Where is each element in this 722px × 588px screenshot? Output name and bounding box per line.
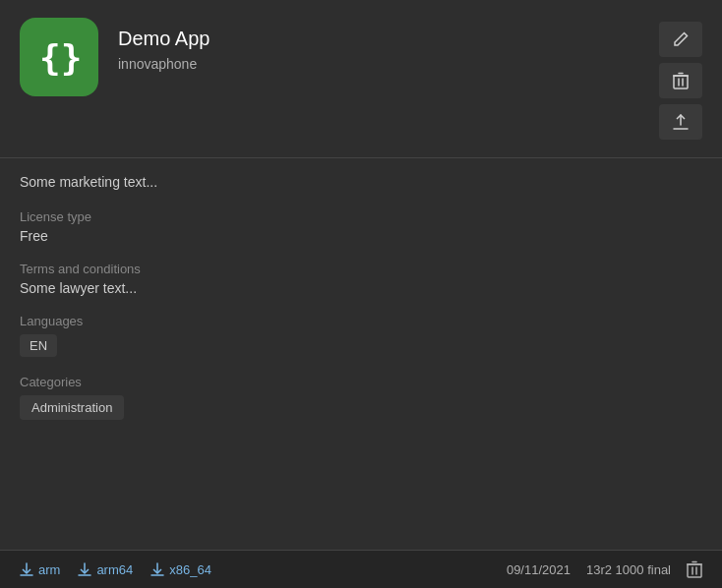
content-section: Some marketing text... License type Free… [0,158,722,550]
upload-button[interactable] [659,104,702,140]
app-info: Demo App innovaphone [98,18,659,72]
languages-group: Languages EN [20,314,702,357]
header-section: {} Demo App innovaphone [0,0,722,158]
download-x86-icon [150,562,164,576]
release-version: 13r2 1000 final [586,562,671,577]
download-arm-link[interactable]: arm [20,562,60,577]
app-container: {} Demo App innovaphone [0,0,722,588]
download-arm64-link[interactable]: arm64 [78,562,133,577]
languages-label: Languages [20,314,702,328]
marketing-text: Some marketing text... [20,174,702,190]
svg-text:{}: {} [39,37,82,78]
app-icon: {} [20,18,98,96]
action-buttons [659,18,702,140]
categories-label: Categories [20,375,702,389]
app-vendor: innovaphone [118,56,659,72]
language-tag-en: EN [20,334,57,357]
terms-label: Terms and conditions [20,262,702,276]
license-group: License type Free [20,209,702,244]
download-arm64-icon [78,562,91,576]
footer-trash-icon [687,560,702,578]
terms-value: Some lawyer text... [20,280,702,296]
download-arm-icon [20,562,33,576]
terms-group: Terms and conditions Some lawyer text... [20,262,702,296]
download-arm64-label: arm64 [96,562,133,577]
license-label: License type [20,209,702,224]
delete-button[interactable] [659,63,702,98]
release-date: 09/11/2021 [507,562,571,577]
download-x86-link[interactable]: x86_64 [150,562,211,577]
footer-delete-button[interactable] [687,560,702,578]
footer-right: 09/11/2021 13r2 1000 final [507,560,702,578]
categories-group: Categories Administration [20,375,702,420]
license-value: Free [20,228,702,244]
footer-section: arm arm64 x86_64 09/11/2021 [0,550,722,588]
download-arm-label: arm [38,562,60,577]
edit-button[interactable] [659,22,702,57]
svg-rect-14 [688,564,701,577]
download-links: arm arm64 x86_64 [20,562,211,577]
download-x86-label: x86_64 [169,562,211,577]
svg-rect-1 [674,76,688,88]
app-name: Demo App [118,28,659,50]
category-tag-administration: Administration [20,395,124,420]
